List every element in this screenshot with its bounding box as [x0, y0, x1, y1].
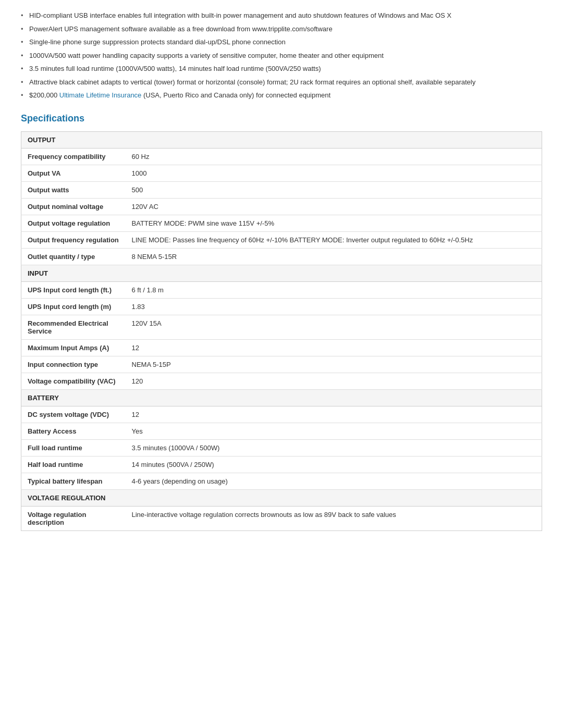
bullet-item-7: $200,000 Ultimate Lifetime Insurance (US…	[21, 90, 542, 101]
row-label: Typical battery lifespan	[21, 473, 126, 489]
row-label: Half load runtime	[21, 456, 126, 473]
feature-list: HID-compliant USB interface enables full…	[21, 10, 542, 101]
row-value: 4-6 years (depending on usage)	[126, 473, 542, 489]
row-label: Input connection type	[21, 356, 126, 373]
row-label: Output frequency regulation	[21, 231, 126, 248]
bullet-item-1: HID-compliant USB interface enables full…	[21, 10, 542, 21]
table-row: Voltage regulation description Line-inte…	[21, 506, 542, 530]
row-value: 120V AC	[126, 198, 542, 215]
section-output-header: OUTPUT	[21, 131, 542, 148]
table-row: Half load runtime 14 minutes (500VA / 25…	[21, 456, 542, 473]
section-voltage-header: VOLTAGE REGULATION	[21, 489, 542, 506]
table-row: Recommended Electrical Service 120V 15A	[21, 315, 542, 339]
row-value: 500	[126, 181, 542, 198]
table-row: Output nominal voltage 120V AC	[21, 198, 542, 215]
row-value: 1.83	[126, 298, 542, 315]
specifications-heading: Specifications	[21, 113, 542, 124]
row-label: Outlet quantity / type	[21, 248, 126, 265]
row-value: 12	[126, 406, 542, 423]
table-row: Maximum Input Amps (A) 12	[21, 339, 542, 356]
table-row: Typical battery lifespan 4-6 years (depe…	[21, 473, 542, 489]
row-label: Output voltage regulation	[21, 215, 126, 231]
row-value: BATTERY MODE: PWM sine wave 115V +/-5%	[126, 215, 542, 231]
row-label: Battery Access	[21, 423, 126, 439]
table-row: Full load runtime 3.5 minutes (1000VA / …	[21, 439, 542, 456]
row-value: 6 ft / 1.8 m	[126, 281, 542, 298]
table-row: Frequency compatibility 60 Hz	[21, 148, 542, 165]
table-row: Input connection type NEMA 5-15P	[21, 356, 542, 373]
section-input-header: INPUT	[21, 265, 542, 281]
section-battery: BATTERY	[21, 389, 542, 406]
row-value: Yes	[126, 423, 542, 439]
row-label: DC system voltage (VDC)	[21, 406, 126, 423]
row-label: Full load runtime	[21, 439, 126, 456]
table-row: UPS Input cord length (ft.) 6 ft / 1.8 m	[21, 281, 542, 298]
row-label: Frequency compatibility	[21, 148, 126, 165]
specifications-table: OUTPUT Frequency compatibility 60 Hz Out…	[21, 131, 542, 531]
row-label: Output VA	[21, 165, 126, 181]
section-voltage-regulation: VOLTAGE REGULATION	[21, 489, 542, 506]
row-value: 120	[126, 373, 542, 389]
row-label: Recommended Electrical Service	[21, 315, 126, 339]
row-label: Maximum Input Amps (A)	[21, 339, 126, 356]
table-row: Output VA 1000	[21, 165, 542, 181]
table-row: UPS Input cord length (m) 1.83	[21, 298, 542, 315]
row-label: Voltage compatibility (VAC)	[21, 373, 126, 389]
row-value: 3.5 minutes (1000VA / 500W)	[126, 439, 542, 456]
row-value: 1000	[126, 165, 542, 181]
row-value: 14 minutes (500VA / 250W)	[126, 456, 542, 473]
bullet-item-4: 1000VA/500 watt power handling capacity …	[21, 51, 542, 61]
table-row: Output frequency regulation LINE MODE: P…	[21, 231, 542, 248]
insurance-prefix: $200,000	[29, 91, 59, 99]
bullet-item-2: PowerAlert UPS management software avail…	[21, 24, 542, 34]
bullet-item-6: Attractive black cabinet adapts to verti…	[21, 77, 542, 88]
table-row: Output voltage regulation BATTERY MODE: …	[21, 215, 542, 231]
insurance-suffix: (USA, Puerto Rico and Canada only) for c…	[141, 91, 331, 99]
row-label: Output nominal voltage	[21, 198, 126, 215]
section-battery-header: BATTERY	[21, 389, 542, 406]
bullet-item-3: Single-line phone surge suppression prot…	[21, 37, 542, 47]
bullet-item-5: 3.5 minutes full load runtime (1000VA/50…	[21, 64, 542, 74]
row-label: Output watts	[21, 181, 126, 198]
row-value: 12	[126, 339, 542, 356]
row-label: Voltage regulation description	[21, 506, 126, 530]
row-value: 60 Hz	[126, 148, 542, 165]
row-value: Line-interactive voltage regulation corr…	[126, 506, 542, 530]
row-value: 8 NEMA 5-15R	[126, 248, 542, 265]
row-value: 120V 15A	[126, 315, 542, 339]
table-row: Output watts 500	[21, 181, 542, 198]
row-value: LINE MODE: Passes line frequency of 60Hz…	[126, 231, 542, 248]
table-row: Battery Access Yes	[21, 423, 542, 439]
insurance-link[interactable]: Ultimate Lifetime Insurance	[59, 91, 142, 99]
row-label: UPS Input cord length (ft.)	[21, 281, 126, 298]
row-value: NEMA 5-15P	[126, 356, 542, 373]
table-row: DC system voltage (VDC) 12	[21, 406, 542, 423]
table-row: Outlet quantity / type 8 NEMA 5-15R	[21, 248, 542, 265]
section-input: INPUT	[21, 265, 542, 281]
row-label: UPS Input cord length (m)	[21, 298, 126, 315]
section-output: OUTPUT	[21, 131, 542, 148]
table-row: Voltage compatibility (VAC) 120	[21, 373, 542, 389]
